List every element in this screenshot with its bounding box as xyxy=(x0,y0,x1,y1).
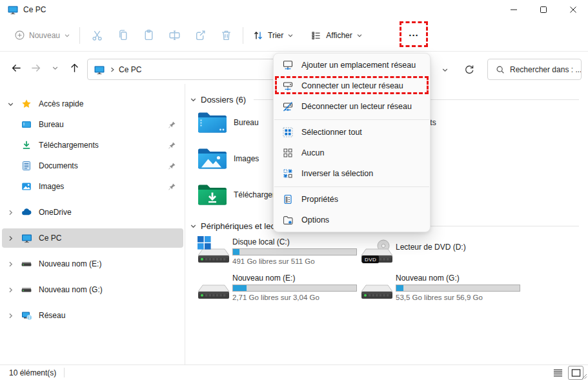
sidebar-item-label: Nouveau nom (G:) xyxy=(39,285,183,294)
chevron-right-icon[interactable] xyxy=(7,261,16,268)
chevron-right-icon xyxy=(110,66,115,73)
minimize-button[interactable] xyxy=(499,0,529,19)
menu-item-inverser-selection[interactable]: Inverser la sélection xyxy=(274,163,430,184)
cut-button[interactable] xyxy=(84,24,110,47)
document-icon xyxy=(21,161,33,171)
large-icons-view-button[interactable] xyxy=(569,366,583,379)
see-more-icon: ... xyxy=(409,27,419,38)
chevron-right-icon[interactable] xyxy=(7,286,16,294)
desktop-icon xyxy=(21,119,33,130)
search-input[interactable] xyxy=(510,65,581,74)
drive-tile-dvd[interactable]: DVD Lecteur de DVD (D:) xyxy=(360,237,528,266)
menu-item-deconnecter-lecteur-reseau[interactable]: Déconnecter un lecteur réseau xyxy=(274,96,430,117)
sidebar-item-drive-g[interactable]: Nouveau nom (G:) xyxy=(2,280,183,299)
picture-icon xyxy=(21,181,33,192)
menu-item-options[interactable]: Options xyxy=(274,210,430,230)
chevron-right-icon[interactable] xyxy=(7,209,16,216)
chevron-down-icon[interactable] xyxy=(7,101,16,108)
menu-item-label: Propriétés xyxy=(301,195,338,204)
folder-label: Bureau xyxy=(234,118,259,127)
windows-logo-icon xyxy=(198,236,211,250)
resize-grip[interactable] xyxy=(582,374,587,379)
sidebar-item-label: OneDrive xyxy=(39,208,183,217)
sidebar-item-bureau[interactable]: Bureau xyxy=(2,115,183,134)
details-view-button[interactable] xyxy=(551,366,565,379)
recent-locations-button[interactable] xyxy=(45,58,65,77)
computer-icon xyxy=(8,5,18,15)
paste-icon xyxy=(143,29,155,41)
chevron-right-icon[interactable] xyxy=(7,235,16,242)
sidebar-item-label: Accès rapide xyxy=(39,99,183,108)
chevron-right-icon[interactable] xyxy=(7,312,16,319)
sidebar-item-label: Ce PC xyxy=(39,234,183,243)
copy-button[interactable] xyxy=(110,24,136,47)
window-title: Ce PC xyxy=(23,5,46,14)
back-button[interactable] xyxy=(6,58,26,77)
folder-downloads-icon xyxy=(198,182,227,208)
map-network-drive-icon xyxy=(282,80,294,92)
menu-item-label: Déconnecter un lecteur réseau xyxy=(301,102,412,111)
invert-selection-icon xyxy=(282,168,294,179)
sort-button-label: Trier xyxy=(268,31,283,40)
sidebar-item-images[interactable]: Images xyxy=(2,177,183,196)
search-icon xyxy=(496,65,505,74)
title-bar[interactable]: Ce PC xyxy=(0,0,588,19)
up-button[interactable] xyxy=(65,58,84,77)
file-explorer-window: Ce PC Nouveau Trier Afficher xyxy=(0,0,588,380)
menu-item-connecter-lecteur-reseau[interactable]: Connecter un lecteur réseau xyxy=(274,75,430,96)
pin-icon xyxy=(168,141,178,150)
view-button[interactable]: Afficher xyxy=(305,26,367,45)
menu-item-selectionner-tout[interactable]: Sélectionner tout xyxy=(274,122,430,143)
up-icon xyxy=(69,63,80,74)
download-icon xyxy=(21,140,33,150)
drive-tile-e[interactable]: Nouveau nom (E:) 2,71 Go libres sur 3,04… xyxy=(197,274,365,302)
sidebar-item-quick-access[interactable]: Accès rapide xyxy=(2,94,183,114)
menu-item-aucun[interactable]: Aucun xyxy=(274,143,430,163)
see-more-button[interactable]: ... xyxy=(403,26,424,44)
sort-button[interactable]: Trier xyxy=(247,26,299,45)
sidebar-item-telechargements[interactable]: Téléchargements xyxy=(2,135,183,155)
sidebar-item-drive-e[interactable]: Nouveau nom (E:) xyxy=(2,254,183,274)
chevron-down-icon[interactable] xyxy=(190,96,197,103)
list-view-icon xyxy=(553,368,563,377)
sidebar-item-onedrive[interactable]: OneDrive xyxy=(2,203,183,222)
forward-button[interactable] xyxy=(26,58,45,77)
chevron-down-icon[interactable] xyxy=(190,223,197,230)
network-icon xyxy=(21,310,33,321)
menu-item-label: Aucun xyxy=(301,148,324,157)
search-box[interactable] xyxy=(487,59,582,80)
breadcrumb[interactable]: Ce PC xyxy=(119,65,141,74)
menu-item-label: Sélectionner tout xyxy=(301,128,362,137)
folder-desktop-icon xyxy=(198,110,227,135)
drive-tile-c[interactable]: Disque local (C:) 491 Go libres sur 511 … xyxy=(197,237,365,266)
dvd-badge: DVD xyxy=(362,255,379,263)
navigation-pane: Accès rapide Bureau Téléchargements Docu… xyxy=(0,84,185,365)
see-more-dropdown-menu: Ajouter un emplacement réseau Connecter … xyxy=(273,53,431,232)
address-dropdown-button[interactable] xyxy=(435,60,454,79)
add-network-location-icon xyxy=(282,59,294,71)
plus-circle-icon xyxy=(14,30,25,41)
copy-icon xyxy=(117,29,129,41)
share-button[interactable] xyxy=(187,24,213,47)
chevron-down-icon xyxy=(64,32,70,39)
drive-icon xyxy=(21,285,33,295)
chevron-down-icon xyxy=(441,66,449,74)
maximize-button[interactable] xyxy=(529,0,558,19)
paste-button[interactable] xyxy=(136,24,161,47)
menu-item-ajouter-emplacement-reseau[interactable]: Ajouter un emplacement réseau xyxy=(274,55,430,75)
drive-tile-g[interactable]: Nouveau nom (G:) 53,5 Go libres sur 56,9… xyxy=(360,274,528,302)
sidebar-item-documents[interactable]: Documents xyxy=(2,156,183,175)
sidebar-item-ce-pc[interactable]: Ce PC xyxy=(2,228,183,248)
new-button[interactable]: Nouveau xyxy=(9,26,76,45)
refresh-button[interactable] xyxy=(460,60,479,79)
delete-button[interactable] xyxy=(213,24,239,47)
menu-item-proprietes[interactable]: Propriétés xyxy=(274,189,430,210)
sort-icon xyxy=(252,30,264,41)
close-button[interactable] xyxy=(558,0,588,19)
rename-button[interactable] xyxy=(161,24,187,47)
delete-icon xyxy=(220,29,232,41)
close-icon xyxy=(569,6,577,14)
command-toolbar: Nouveau Trier Afficher xyxy=(0,19,588,52)
sidebar-item-reseau[interactable]: Réseau xyxy=(2,306,183,325)
pin-icon xyxy=(168,162,178,170)
